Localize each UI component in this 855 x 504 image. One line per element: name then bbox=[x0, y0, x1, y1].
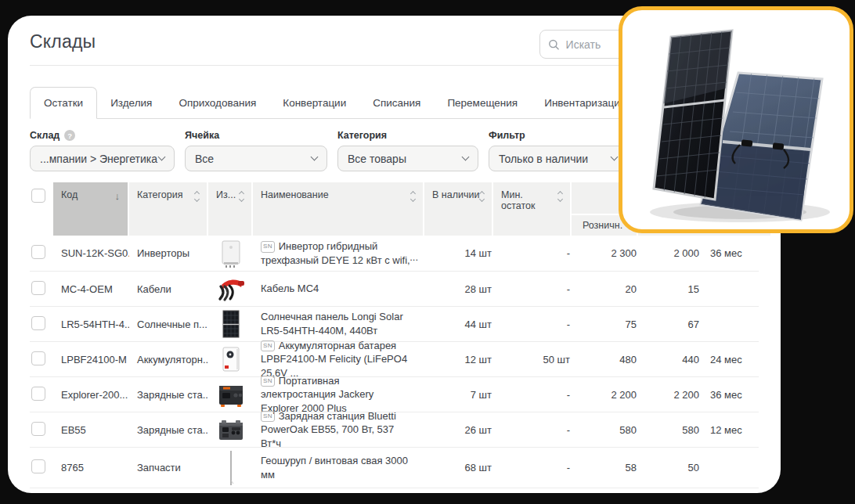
cell-price2: 440 bbox=[638, 354, 701, 365]
tab-ostatki[interactable]: Остатки bbox=[30, 87, 97, 119]
cell-select[interactable]: Все bbox=[185, 146, 327, 171]
cell-name-text: Инвертор гибридный трехфазный DEYE 12 кВ… bbox=[261, 240, 410, 266]
availability-select-value: Только в наличии bbox=[499, 153, 588, 165]
cell-min-stock: - bbox=[493, 462, 572, 473]
cell-name-text: Зарядная станция Bluetti PowerOak EB55, … bbox=[261, 410, 396, 449]
battery-photo bbox=[208, 344, 253, 374]
select-all-checkbox[interactable] bbox=[31, 189, 45, 203]
cell-retail-price: 58 bbox=[572, 462, 638, 473]
filter-category: Категория Все товары bbox=[337, 130, 478, 171]
cell-price2: 15 bbox=[638, 283, 701, 295]
warehouse-select-value: ...мпании > Энергетика bbox=[40, 153, 157, 165]
cell-category: Аккумуляторн... bbox=[129, 354, 208, 365]
row-checkbox[interactable] bbox=[31, 351, 45, 365]
column-header-in-stock[interactable]: В наличии bbox=[424, 182, 492, 236]
cell-code: EB55 bbox=[53, 424, 129, 436]
sort-icon bbox=[411, 192, 415, 201]
cell-min-stock: 50 шт bbox=[493, 354, 572, 365]
cell-price2: 50 bbox=[638, 462, 701, 473]
filter-category-label: Категория bbox=[337, 130, 478, 141]
category-select-value: Все товары bbox=[348, 153, 406, 165]
table-row[interactable]: 8765 Запчасти Геошуруп / винтовая свая 3… bbox=[30, 448, 759, 488]
filter-availability-label: Фильтр bbox=[489, 130, 627, 141]
filter-availability: Фильтр Только в наличии bbox=[489, 130, 627, 171]
truncation-ellipsis: ... bbox=[409, 250, 418, 265]
cell-min-stock: - bbox=[493, 424, 572, 436]
search-icon bbox=[548, 38, 560, 51]
availability-select[interactable]: Только в наличии bbox=[489, 146, 627, 171]
sort-icon bbox=[195, 192, 199, 201]
cell-in-stock: 12 шт bbox=[424, 354, 493, 365]
column-header-image[interactable]: Из... bbox=[208, 182, 251, 236]
row-checkbox[interactable] bbox=[31, 459, 45, 473]
row-checkbox[interactable] bbox=[31, 245, 45, 259]
warehouse-select[interactable]: ...мпании > Энергетика bbox=[30, 146, 175, 171]
row-checkbox[interactable] bbox=[31, 387, 45, 401]
tab-konvertacii[interactable]: Конвертации bbox=[269, 88, 359, 118]
row-checkbox[interactable] bbox=[31, 281, 45, 295]
sort-icon bbox=[558, 192, 562, 201]
row-checkbox[interactable] bbox=[31, 422, 45, 436]
cell-name-text: Геошуруп / винтовая свая 3000 мм bbox=[261, 455, 408, 481]
product-photo-overlay bbox=[619, 6, 853, 233]
row-checkbox[interactable] bbox=[31, 316, 45, 330]
table-row[interactable]: Explorer-200... Зарядные ста... SNПортат… bbox=[30, 377, 759, 412]
cell-category: Солнечные п... bbox=[129, 319, 208, 330]
column-header-name[interactable]: Наименование bbox=[253, 182, 423, 236]
tab-spisaniya[interactable]: Списания bbox=[359, 88, 434, 118]
table-row[interactable]: SUN-12K-SG0... Инверторы SNИнвертор гибр… bbox=[30, 236, 759, 272]
cell-min-stock: - bbox=[493, 389, 572, 401]
tab-izdeliya[interactable]: Изделия bbox=[97, 88, 165, 118]
help-icon[interactable]: ? bbox=[64, 130, 75, 141]
cell-retail-price: 75 bbox=[572, 319, 638, 330]
column-header-min-stock[interactable]: Мин. остаток bbox=[493, 182, 570, 236]
sn-badge: SN bbox=[261, 411, 275, 423]
cell-price2: 2 000 bbox=[638, 247, 701, 259]
cell-code: LPBF24100-M bbox=[53, 354, 129, 365]
category-select[interactable]: Все товары bbox=[337, 146, 478, 171]
cell-code: SUN-12K-SG0... bbox=[53, 247, 129, 259]
power-station-photo bbox=[208, 417, 253, 442]
cell-retail-price: 580 bbox=[572, 424, 638, 436]
cell-select-value: Все bbox=[195, 153, 214, 165]
filter-warehouse-label: Склад bbox=[30, 130, 60, 141]
sort-icon bbox=[480, 192, 484, 201]
cell-retail-price: 480 bbox=[572, 354, 638, 365]
column-header-code[interactable]: Код ↓ bbox=[53, 182, 128, 236]
cell-name-text: Кабель MC4 bbox=[261, 283, 319, 294]
cell-warranty: 36 мес bbox=[701, 389, 770, 401]
chevron-down-icon bbox=[311, 153, 319, 161]
cell-code: LR5-54HTH-4... bbox=[53, 319, 129, 330]
inverter-photo bbox=[208, 239, 253, 268]
cell-in-stock: 26 шт bbox=[424, 424, 493, 436]
cell-in-stock: 44 шт bbox=[424, 319, 493, 330]
sort-icon bbox=[240, 192, 244, 201]
cell-retail-price: 2 200 bbox=[572, 389, 638, 401]
cell-in-stock: 14 шт bbox=[424, 247, 493, 259]
table-row[interactable]: LR5-54HTH-4... Солнечные п... Солнечная … bbox=[30, 307, 759, 342]
chevron-down-icon bbox=[462, 153, 470, 161]
cell-name-text: Солнечная панель Longi Solar LR5-54HTH-4… bbox=[261, 311, 403, 337]
cell-code: 8765 bbox=[53, 462, 129, 473]
cell-name-text: Портативная электростанция Jackery Explo… bbox=[261, 375, 373, 414]
cell-price2: 580 bbox=[638, 424, 701, 436]
cell-retail-price: 20 bbox=[572, 283, 638, 295]
tab-oprihodovaniya[interactable]: Оприходования bbox=[165, 88, 269, 118]
column-header-category[interactable]: Категория bbox=[129, 182, 207, 236]
cell-min-stock: - bbox=[493, 247, 572, 259]
power-station-photo bbox=[208, 381, 253, 408]
tab-peremeshcheniya[interactable]: Перемещения bbox=[434, 88, 531, 118]
cell-category: Запчасти bbox=[129, 462, 208, 473]
table-row[interactable]: LPBF24100-M Аккумуляторн... SNАккумулято… bbox=[30, 342, 759, 377]
solar-panels-image bbox=[622, 10, 850, 229]
table-row[interactable]: MC-4-OEM Кабели Кабель MC4 28 шт - 20 15 bbox=[30, 272, 759, 307]
cell-warranty: 24 мес bbox=[701, 354, 770, 365]
sn-badge: SN bbox=[261, 241, 275, 253]
cell-in-stock: 7 шт bbox=[424, 389, 493, 401]
table-row[interactable]: EB55 Зарядные ста... SNЗарядная станция … bbox=[30, 412, 759, 448]
filter-warehouse: Склад ? ...мпании > Энергетика bbox=[30, 130, 175, 171]
sort-desc-icon: ↓ bbox=[115, 190, 121, 202]
chevron-down-icon bbox=[158, 153, 166, 161]
cell-category: Кабели bbox=[129, 283, 208, 295]
cell-code: Explorer-200... bbox=[53, 389, 129, 401]
